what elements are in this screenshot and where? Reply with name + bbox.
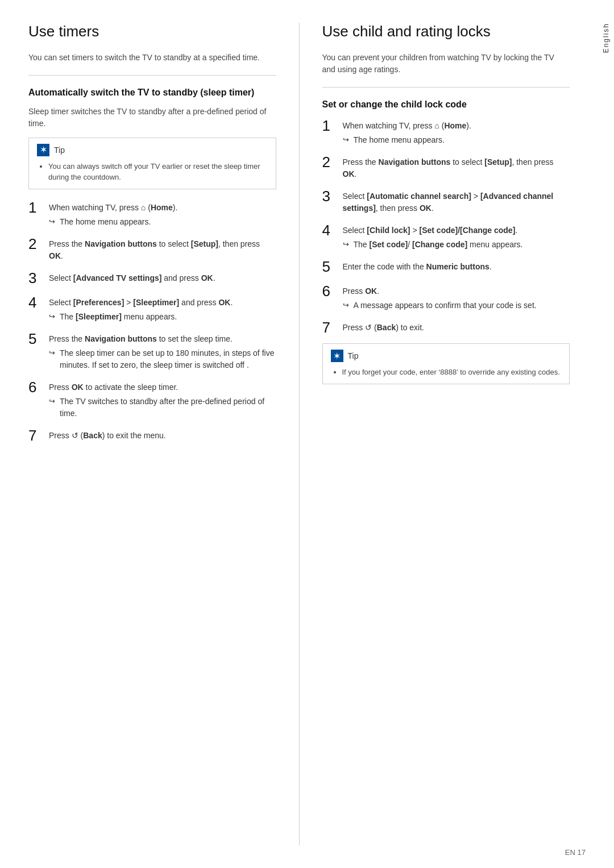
left-step-5-text: Press the Navigation buttons to set the …: [49, 333, 276, 345]
left-tip-header: ✶ Tip: [37, 144, 268, 156]
left-step-7-number: 7: [28, 427, 49, 444]
right-step-7-text: Press ↺ (Back) to exit.: [343, 323, 425, 332]
right-tip-label: Tip: [348, 351, 359, 360]
right-tip-item-0: If you forget your code, enter ‘8888’ to…: [342, 367, 562, 378]
left-step-4-arrow: ↪: [49, 311, 55, 322]
page-number: EN 17: [565, 848, 586, 857]
left-step-2: 2 Press the Navigation buttons to select…: [28, 236, 276, 262]
left-step-2-number: 2: [28, 236, 49, 252]
left-step-1-result: ↪ The home menu appears.: [49, 216, 276, 228]
left-step-4-text: Select [Preferences] > [Sleeptimer] and …: [49, 297, 276, 309]
right-step-4: 4 Select [Child lock] > [Set code]/[Chan…: [322, 222, 570, 251]
right-divider: [322, 87, 570, 88]
language-label: English: [602, 23, 610, 53]
right-sub-heading: Set or change the child lock code: [322, 99, 570, 111]
right-step-5: 5 Enter the code with the Numeric button…: [322, 259, 570, 275]
right-tip-box: ✶ Tip If you forget your code, enter ‘88…: [322, 343, 570, 384]
left-step-4-content: Select [Preferences] > [Sleeptimer] and …: [49, 294, 276, 323]
right-tip-content: If you forget your code, enter ‘8888’ to…: [331, 367, 562, 378]
right-step-7-number: 7: [322, 319, 343, 336]
right-step-1-content: When watching TV, press ⌂ (Home). ↪ The …: [343, 118, 570, 146]
left-step-5-arrow: ↪: [49, 347, 55, 359]
right-step-6-result: ↪ A message appears to confirm that your…: [343, 300, 570, 312]
right-tip-header: ✶ Tip: [331, 350, 562, 362]
right-step-3-text: Select [Automatic channel search] > [Adv…: [343, 192, 554, 213]
left-step-5-number: 5: [28, 331, 49, 347]
right-step-6: 6 Press OK. ↪ A message appears to confi…: [322, 283, 570, 312]
right-step-6-result-text: A message appears to confirm that your c…: [354, 300, 537, 312]
right-step-6-content: Press OK. ↪ A message appears to confirm…: [343, 283, 570, 312]
left-step-2-text: Press the Navigation buttons to select […: [49, 239, 260, 260]
left-step-4: 4 Select [Preferences] > [Sleeptimer] an…: [28, 294, 276, 323]
left-step-3: 3 Select [Advanced TV settings] and pres…: [28, 270, 276, 286]
left-step-4-number: 4: [28, 294, 49, 311]
right-step-2-content: Press the Navigation buttons to select […: [343, 154, 570, 180]
left-step-5-content: Press the Navigation buttons to set the …: [49, 331, 276, 371]
right-step-3: 3 Select [Automatic channel search] > [A…: [322, 188, 570, 214]
left-step-3-text: Select [Advanced TV settings] and press …: [49, 273, 215, 283]
right-step-6-arrow: ↪: [343, 300, 349, 311]
left-step-6-number: 6: [28, 379, 49, 396]
right-column: Use child and rating locks You can preve…: [300, 23, 570, 845]
left-step-3-number: 3: [28, 270, 49, 286]
right-step-1-result: ↪ The home menu appears.: [343, 134, 570, 146]
right-step-4-content: Select [Child lock] > [Set code]/[Change…: [343, 222, 570, 251]
left-step-6-result-text: The TV switches to standby after the pre…: [60, 396, 276, 420]
left-sub-heading: Automatically switch the TV to standby (…: [28, 87, 276, 99]
side-tab: English: [598, 0, 614, 868]
left-step-6-arrow: ↪: [49, 396, 55, 407]
left-step-7: 7 Press ↺ (Back) to exit the menu.: [28, 427, 276, 444]
left-step-7-text: Press ↺ (Back) to exit the menu.: [49, 431, 166, 440]
left-tip-content: You can always switch off your TV earlie…: [37, 161, 268, 183]
left-step-5-result-text: The sleep timer can be set up to 180 min…: [60, 347, 276, 371]
right-step-4-number: 4: [322, 222, 343, 239]
left-intro: You can set timers to switch the TV to s…: [28, 52, 276, 64]
page-footer: EN 17: [565, 848, 586, 857]
left-step-1-content: When watching TV, press ⌂ (Home). ↪ The …: [49, 200, 276, 228]
left-step-5: 5 Press the Navigation buttons to set th…: [28, 331, 276, 371]
page: English Use timers You can set timers to…: [0, 0, 614, 868]
left-tip-box: ✶ Tip You can always switch off your TV …: [28, 138, 276, 189]
left-step-1-arrow: ↪: [49, 216, 55, 227]
left-divider: [28, 75, 276, 76]
left-step-7-content: Press ↺ (Back) to exit the menu.: [49, 427, 276, 442]
right-step-1-result-text: The home menu appears.: [354, 134, 445, 146]
right-step-5-content: Enter the code with the Numeric buttons.: [343, 259, 570, 273]
left-tip-icon: ✶: [37, 144, 49, 156]
right-step-5-number: 5: [322, 259, 343, 275]
right-title: Use child and rating locks: [322, 23, 570, 40]
right-steps: 1 When watching TV, press ⌂ (Home). ↪ Th…: [322, 118, 570, 335]
left-step-2-content: Press the Navigation buttons to select […: [49, 236, 276, 262]
right-step-3-content: Select [Automatic channel search] > [Adv…: [343, 188, 570, 214]
left-tip-label: Tip: [54, 146, 65, 155]
left-step-3-content: Select [Advanced TV settings] and press …: [49, 270, 276, 284]
left-step-6-content: Press OK to activate the sleep timer. ↪ …: [49, 379, 276, 420]
left-steps: 1 When watching TV, press ⌂ (Home). ↪ Th…: [28, 200, 276, 443]
left-step-6-result: ↪ The TV switches to standby after the p…: [49, 396, 276, 420]
right-step-4-result: ↪ The [Set code]/ [Change code] menu app…: [343, 239, 570, 251]
right-step-1-text: When watching TV, press ⌂ (Home).: [343, 120, 570, 132]
left-tip-item-0: You can always switch off your TV earlie…: [48, 161, 268, 183]
left-step-1: 1 When watching TV, press ⌂ (Home). ↪ Th…: [28, 200, 276, 228]
right-step-6-number: 6: [322, 283, 343, 300]
right-step-3-number: 3: [322, 188, 343, 205]
right-tip-icon: ✶: [331, 350, 343, 362]
right-step-2-number: 2: [322, 154, 343, 171]
left-sub-intro: Sleep timer switches the TV to standby a…: [28, 106, 276, 130]
left-step-4-result: ↪ The [Sleeptimer] menu appears.: [49, 311, 276, 323]
right-step-1-number: 1: [322, 118, 343, 134]
right-step-1: 1 When watching TV, press ⌂ (Home). ↪ Th…: [322, 118, 570, 146]
left-step-6-text: Press OK to activate the sleep timer.: [49, 381, 276, 393]
left-column: Use timers You can set timers to switch …: [28, 23, 300, 845]
left-step-1-number: 1: [28, 200, 49, 216]
left-step-1-result-text: The home menu appears.: [60, 216, 151, 228]
right-step-1-arrow: ↪: [343, 134, 349, 146]
right-step-2: 2 Press the Navigation buttons to select…: [322, 154, 570, 180]
right-step-6-text: Press OK.: [343, 285, 570, 297]
right-step-5-text: Enter the code with the Numeric buttons.: [343, 262, 492, 271]
right-intro: You can prevent your children from watch…: [322, 52, 570, 76]
right-step-4-text: Select [Child lock] > [Set code]/[Change…: [343, 225, 570, 236]
left-step-4-result-text: The [Sleeptimer] menu appears.: [60, 311, 177, 323]
left-step-5-result: ↪ The sleep timer can be set up to 180 m…: [49, 347, 276, 371]
right-step-7-content: Press ↺ (Back) to exit.: [343, 319, 570, 334]
